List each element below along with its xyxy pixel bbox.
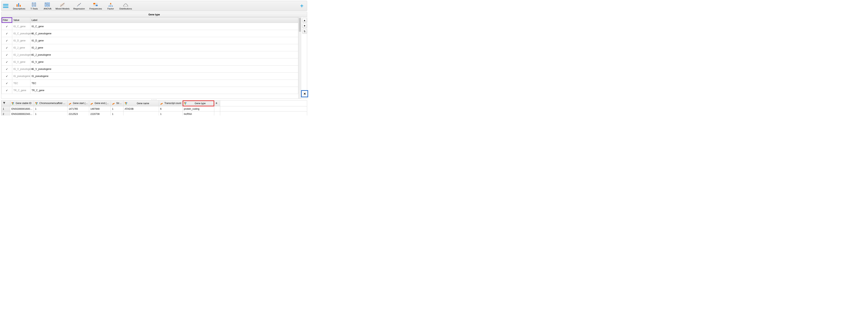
labels-row[interactable]: ✓IG_J_geneIG_J_gene	[2, 44, 298, 51]
labels-filter-cell[interactable]: ✓	[2, 44, 12, 51]
cell-gene-type[interactable]: lncRNA	[183, 112, 214, 116]
labels-label-cell[interactable]: IG_pseudogene	[30, 72, 298, 80]
row-number[interactable]: 1	[2, 106, 10, 112]
gene-name-label: Gene name	[137, 102, 149, 105]
labels-value-cell[interactable]: IG_C_pseudogene	[12, 30, 30, 37]
row-number[interactable]: 2	[2, 112, 10, 116]
svg-point-24	[79, 4, 80, 5]
check-icon: ✓	[6, 60, 8, 63]
svg-point-30	[110, 3, 111, 4]
labels-label-cell[interactable]: TEC	[30, 80, 298, 87]
frequencies-button[interactable]: Frequencies	[87, 2, 104, 10]
labels-filter-cell[interactable]: ✓	[2, 65, 12, 72]
cell-gene-start[interactable]: 1471765	[67, 106, 89, 112]
cell-chrom[interactable]: 1	[34, 112, 67, 116]
labels-label-cell[interactable]: TR_C_gene	[30, 87, 298, 94]
cell-gene-name[interactable]	[123, 112, 159, 116]
svg-line-34	[109, 4, 111, 5]
labels-row[interactable]: ✓TECTEC	[2, 80, 298, 87]
cell-gene-name[interactable]: ATAD3B	[123, 106, 159, 112]
nominal-icon	[125, 102, 127, 105]
labels-label-cell[interactable]: IG_C_pseudogene	[30, 30, 298, 37]
labels-label-cell[interactable]: IG_D_gene	[30, 37, 298, 44]
cell-gene-end[interactable]: 1497848	[89, 106, 111, 112]
labels-label-cell[interactable]: IG_C_gene	[30, 23, 298, 30]
anova-button[interactable]: ANOVA	[41, 2, 54, 10]
labels-label-cell[interactable]: IG_V_pseudogene	[30, 65, 298, 72]
labels-filter-cell[interactable]: ✓	[2, 80, 12, 87]
chrom-header[interactable]: Chromosome/scaffold name	[34, 100, 67, 106]
labels-value-cell[interactable]: IG_C_gene	[12, 23, 30, 30]
cell-gene-start[interactable]: 2212523	[67, 112, 89, 116]
mixed-models-button[interactable]: Mixed Models	[54, 2, 71, 10]
labels-move-down-button[interactable]: ▼	[302, 24, 307, 28]
filter-column-header[interactable]	[2, 100, 10, 106]
labels-filter-cell[interactable]: ✓	[2, 51, 12, 58]
labels-value-cell[interactable]: IG_V_gene	[12, 58, 30, 65]
gene-name-header[interactable]: Gene name	[123, 100, 159, 106]
gene-stable-id-header[interactable]: Gene stable ID	[10, 100, 34, 106]
data-row[interactable]: 2ENSG0000023439612212523222073811lncRNA	[2, 112, 307, 116]
labels-filter-header[interactable]: Filter	[2, 18, 12, 23]
labels-filter-cell[interactable]: ✓	[2, 58, 12, 65]
svg-point-52	[185, 102, 186, 104]
labels-filter-cell[interactable]: ✓	[2, 72, 12, 80]
labels-value-cell[interactable]: TEC	[12, 80, 30, 87]
labels-row[interactable]: ✓IG_C_pseudogeneIG_C_pseudogene	[2, 30, 298, 37]
descriptives-button[interactable]: Descriptives	[11, 2, 27, 10]
gene-type-header[interactable]: Gene type	[183, 100, 214, 106]
regression-button[interactable]: Regression	[71, 2, 87, 10]
labels-reverse-button[interactable]: ⇅	[302, 29, 307, 34]
funnel-icon	[3, 102, 5, 105]
labels-label-cell[interactable]: IG_J_gene	[30, 44, 298, 51]
labels-value-cell[interactable]: IG_D_gene	[12, 37, 30, 44]
svg-rect-28	[93, 5, 95, 6]
cell-transcript-count[interactable]: 1	[159, 112, 183, 116]
labels-row[interactable]: ✓TR_C_geneTR_C_gene	[2, 87, 298, 94]
labels-value-header[interactable]: Value	[12, 18, 30, 23]
labels-label-header[interactable]: Label	[30, 18, 298, 23]
labels-label-cell[interactable]: IG_V_gene	[30, 58, 298, 65]
data-row[interactable]: 1ENSG000001600721147176514978481ATAD3B6p…	[2, 106, 307, 112]
panel-resize-grip[interactable]: • • •	[0, 99, 308, 100]
labels-scrollbar[interactable]	[298, 17, 302, 98]
cell-strand[interactable]: 1	[111, 106, 123, 112]
strand-header[interactable]: Strand	[111, 100, 123, 106]
cell-gene-end[interactable]: 2220738	[89, 112, 111, 116]
transcript-count-header[interactable]: Transcript count	[159, 100, 183, 106]
cell-gene-type[interactable]: protein_coding	[183, 106, 214, 112]
cell-gene-stable-id[interactable]: ENSG00000160072	[10, 106, 34, 112]
svg-rect-2	[20, 5, 21, 7]
add-module-button[interactable]: +	[298, 3, 305, 9]
gene-start-header[interactable]: Gene start (bp)	[67, 100, 89, 106]
gene-end-header[interactable]: Gene end (bp)	[89, 100, 111, 106]
labels-filter-cell[interactable]: ✓	[2, 23, 12, 30]
cell-chrom[interactable]: 1	[34, 106, 67, 112]
distributions-button[interactable]: Distributions	[117, 2, 134, 10]
menu-button[interactable]	[3, 3, 8, 9]
labels-move-up-button[interactable]: ▲	[302, 18, 307, 23]
labels-filter-cell[interactable]: ✓	[2, 87, 12, 94]
labels-row[interactable]: ✓IG_V_pseudogeneIG_V_pseudogene	[2, 65, 298, 72]
labels-row[interactable]: ✓IG_D_geneIG_D_gene	[2, 37, 298, 44]
labels-row[interactable]: ✓IG_pseudogeneIG_pseudogene	[2, 72, 298, 80]
labels-value-cell[interactable]: IG_V_pseudogene	[12, 65, 30, 72]
labels-row[interactable]: ✓IG_J_pseudogeneIG_J_pseudogene	[2, 51, 298, 58]
labels-value-cell[interactable]: IG_J_pseudogene	[12, 51, 30, 58]
labels-value-cell[interactable]: IG_pseudogene	[12, 72, 30, 80]
cell-gene-stable-id[interactable]: ENSG00000234396	[10, 112, 34, 116]
labels-filter-cell[interactable]: ✓	[2, 30, 12, 37]
labels-value-cell[interactable]: IG_J_gene	[12, 44, 30, 51]
add-column-button[interactable]: +	[214, 100, 220, 106]
labels-value-cell[interactable]: TR_C_gene	[12, 87, 30, 94]
labels-filter-cell[interactable]: ✓	[2, 37, 12, 44]
ttests-button[interactable]: T-Tests	[27, 2, 41, 10]
labels-close-button[interactable]: ✕	[302, 91, 308, 97]
labels-row[interactable]: ✓IG_V_geneIG_V_gene	[2, 58, 298, 65]
cell-transcript-count[interactable]: 6	[159, 106, 183, 112]
cell-strand[interactable]: 1	[111, 112, 123, 116]
labels-label-cell[interactable]: IG_J_pseudogene	[30, 51, 298, 58]
labels-row[interactable]: ✓IG_C_geneIG_C_gene	[2, 23, 298, 30]
factor-button[interactable]: Factor	[104, 2, 117, 10]
scale-icon	[90, 102, 93, 105]
